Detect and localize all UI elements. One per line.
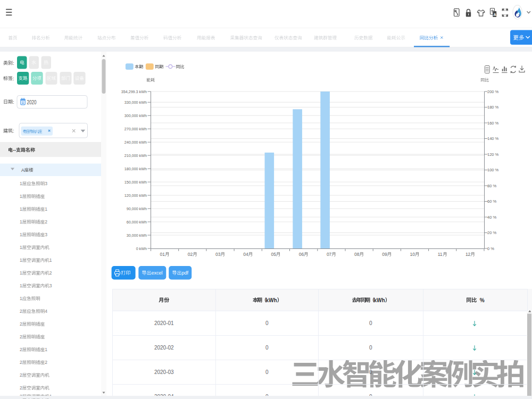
svg-text:160 %: 160 % [487,121,499,126]
svg-text:2: 2 [20,334,22,339]
svg-text:1: 1 [45,347,47,352]
svg-text:1: 1 [20,232,22,237]
svg-text:A: A [494,12,497,17]
svg-text:2020-04: 2020-04 [154,394,174,399]
svg-text:1: 1 [20,270,22,276]
svg-text:04: 04 [243,252,248,257]
svg-text:0: 0 [265,345,269,351]
svg-text:60,000 kWh: 60,000 kWh [127,220,147,225]
svg-text:06: 06 [299,252,304,257]
svg-text:3: 3 [45,181,47,186]
svg-text:30,000 kWh: 30,000 kWh [127,233,147,238]
svg-text:0 %: 0 % [487,246,494,251]
svg-text:1: 1 [20,283,22,288]
svg-text:--: -- [13,147,16,153]
svg-text:1: 1 [20,219,22,225]
svg-text:60 %: 60 % [487,199,496,204]
svg-text:120 %: 120 % [487,152,499,157]
svg-text::: : [13,99,14,105]
svg-text:40 %: 40 % [487,215,496,220]
svg-text:2: 2 [49,270,52,276]
svg-text:1: 1 [20,257,22,263]
svg-text:1: 1 [20,296,22,301]
svg-text:354,299.3 kWh: 354,299.3 kWh [121,89,147,94]
svg-text:2: 2 [45,360,47,365]
svg-text:excel: excel [152,270,163,276]
svg-text:2: 2 [20,385,22,390]
svg-text:12: 12 [466,252,471,257]
svg-text:2020-01: 2020-01 [154,320,174,326]
svg-text:20 %: 20 % [487,230,496,235]
svg-text:03: 03 [215,252,221,257]
svg-text:01: 01 [160,252,165,257]
svg-text::: : [13,128,14,134]
svg-text:0: 0 [369,320,372,326]
svg-text:1: 1 [49,257,52,263]
svg-text::: : [13,76,14,81]
svg-text:3: 3 [45,232,47,237]
svg-text:2: 2 [20,347,22,352]
svg-text:%: % [477,297,485,303]
svg-text:kWh: kWh [266,297,277,303]
svg-text:90,000 kWh: 90,000 kWh [127,206,147,211]
svg-text:09: 09 [382,252,387,257]
svg-text:330,000 kWh: 330,000 kWh [124,100,147,105]
svg-text:02: 02 [188,252,193,257]
svg-text:kWh: kWh [374,297,385,303]
svg-text:0: 0 [369,369,372,375]
svg-text:120,000 kWh: 120,000 kWh [124,193,147,198]
svg-text:270,000 kWh: 270,000 kWh [124,127,147,131]
svg-text:100 %: 100 % [487,168,499,172]
svg-text:2020-02: 2020-02 [154,345,174,351]
svg-text:0: 0 [369,345,372,351]
svg-text:11: 11 [438,252,443,257]
svg-text:pdf: pdf [182,270,189,276]
svg-text:3: 3 [49,283,52,288]
svg-text:05: 05 [271,252,277,257]
svg-text:300,000 kWh: 300,000 kWh [124,113,147,118]
svg-text:150,000 kWh: 150,000 kWh [124,180,147,185]
svg-text:0: 0 [369,394,372,399]
svg-text:0 kWh: 0 kWh [136,246,147,251]
svg-text:0: 0 [265,369,269,375]
svg-text:2020: 2020 [27,99,37,105]
svg-text:240,000 kWh: 240,000 kWh [124,140,147,145]
svg-text:08: 08 [354,252,360,257]
svg-text:1: 1 [20,206,22,212]
svg-text:210,000 kWh: 210,000 kWh [124,153,147,158]
svg-text:1: 1 [20,194,22,199]
svg-text:2: 2 [20,321,22,327]
svg-text:1: 1 [45,206,47,212]
svg-text:200 %: 200 % [487,89,499,94]
svg-text:1: 1 [20,245,22,250]
svg-text:2: 2 [45,219,47,225]
svg-text:0: 0 [265,394,269,399]
svg-text:0: 0 [265,320,269,326]
svg-text:1: 1 [20,181,22,186]
svg-text:07: 07 [327,252,332,257]
svg-text:180 %: 180 % [487,105,499,110]
svg-text:180,000 kWh: 180,000 kWh [124,167,147,171]
svg-text:140 %: 140 % [487,136,499,141]
svg-text:2: 2 [20,372,22,378]
svg-text::: : [13,61,14,66]
svg-text:A: A [21,168,24,173]
svg-text:2: 2 [20,309,22,314]
svg-text:4: 4 [45,309,47,314]
svg-text:80 %: 80 % [487,184,496,188]
svg-text:2020-03: 2020-03 [154,369,174,375]
svg-text:2: 2 [20,360,22,365]
svg-text:10: 10 [410,252,415,257]
